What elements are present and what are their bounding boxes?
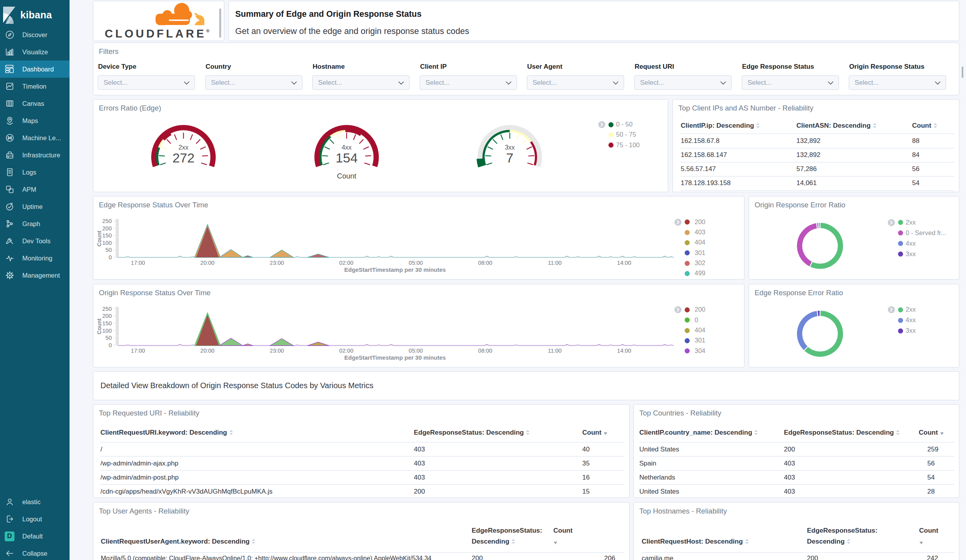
svg-text:200: 200 bbox=[102, 313, 112, 319]
svg-text:150: 150 bbox=[102, 320, 112, 326]
svg-text:20:00: 20:00 bbox=[200, 348, 215, 354]
svg-text:05:00: 05:00 bbox=[409, 348, 423, 354]
svg-text:250: 250 bbox=[102, 306, 112, 312]
svg-text:23:00: 23:00 bbox=[270, 348, 284, 354]
svg-text:11:00: 11:00 bbox=[548, 348, 562, 354]
svg-text:EdgeStartTimestamp per 30 minu: EdgeStartTimestamp per 30 minutes bbox=[344, 354, 446, 361]
svg-text:100: 100 bbox=[102, 328, 112, 334]
svg-text:50: 50 bbox=[106, 335, 112, 341]
svg-text:14:00: 14:00 bbox=[617, 348, 631, 354]
svg-text:Count: Count bbox=[96, 318, 102, 334]
svg-text:02:00: 02:00 bbox=[339, 348, 353, 354]
svg-text:08:00: 08:00 bbox=[478, 348, 492, 354]
svg-text:17:00: 17:00 bbox=[131, 348, 145, 354]
svg-text:0: 0 bbox=[109, 342, 112, 348]
